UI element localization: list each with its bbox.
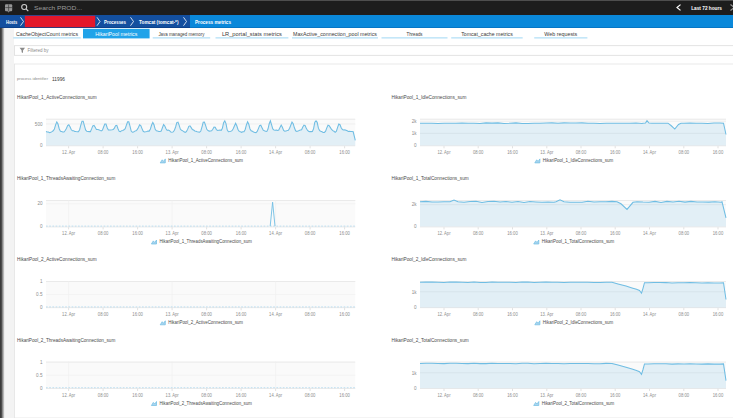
svg-text:0: 0 bbox=[40, 305, 43, 310]
svg-text:08:00: 08:00 bbox=[201, 312, 212, 317]
svg-text:0: 0 bbox=[414, 143, 417, 148]
svg-text:08:00: 08:00 bbox=[305, 150, 316, 155]
svg-text:HikariPool_2_ThreadsAwaitingCo: HikariPool_2_ThreadsAwaitingConnection_s… bbox=[159, 400, 251, 406]
svg-text:Web requests: Web requests bbox=[544, 31, 577, 37]
svg-text:16:00: 16:00 bbox=[132, 393, 143, 398]
svg-text:14. Apr: 14. Apr bbox=[643, 312, 656, 317]
svg-text:HikariPool_1_ActiveConnections: HikariPool_1_ActiveConnections_sum bbox=[17, 94, 97, 100]
svg-text:12. Apr: 12. Apr bbox=[62, 393, 75, 398]
svg-text:1k: 1k bbox=[412, 371, 418, 376]
svg-text:Threads: Threads bbox=[407, 31, 423, 37]
svg-text:12. Apr: 12. Apr bbox=[438, 150, 451, 155]
svg-text:2k: 2k bbox=[412, 202, 418, 207]
svg-text:08:00: 08:00 bbox=[305, 393, 316, 398]
svg-text:1: 1 bbox=[40, 279, 43, 284]
svg-text:13. Apr: 13. Apr bbox=[540, 150, 553, 155]
svg-text:08:00: 08:00 bbox=[679, 231, 690, 236]
svg-text:16:00: 16:00 bbox=[339, 150, 350, 155]
svg-text:08:00: 08:00 bbox=[576, 312, 587, 317]
svg-text:1: 1 bbox=[40, 360, 43, 365]
svg-text:HikariPool_1_IdleConnections_s: HikariPool_1_IdleConnections_sum bbox=[392, 94, 467, 100]
svg-text:LR_portal_stats metrics: LR_portal_stats metrics bbox=[222, 31, 282, 37]
svg-text:HikariPool_2_IdleConnections_s: HikariPool_2_IdleConnections_sum bbox=[543, 319, 613, 325]
svg-text:16:00: 16:00 bbox=[339, 312, 350, 317]
svg-text:HikariPool_1_ThreadsAwaitingCo: HikariPool_1_ThreadsAwaitingConnection_s… bbox=[17, 175, 115, 181]
svg-text:16:00: 16:00 bbox=[610, 393, 621, 398]
svg-text:08:00: 08:00 bbox=[679, 393, 690, 398]
svg-text:13. Apr: 13. Apr bbox=[540, 231, 553, 236]
svg-text:16:00: 16:00 bbox=[713, 312, 724, 317]
svg-text:process identifier: process identifier bbox=[17, 76, 49, 81]
svg-text:0: 0 bbox=[414, 224, 417, 229]
svg-text:14. Apr: 14. Apr bbox=[643, 231, 656, 236]
svg-text:Java managed memory: Java managed memory bbox=[158, 31, 204, 37]
svg-text:0: 0 bbox=[40, 386, 43, 391]
svg-text:HikariPool_1_ActiveConnections: HikariPool_1_ActiveConnections_sum bbox=[168, 157, 243, 163]
svg-text:HikariPool_2_ActiveConnections: HikariPool_2_ActiveConnections_sum bbox=[17, 256, 97, 262]
svg-text:HikariPool metrics: HikariPool metrics bbox=[95, 31, 137, 37]
svg-text:HikariPool_1_TotalConnections_: HikariPool_1_TotalConnections_sum bbox=[542, 238, 615, 244]
svg-text:16:00: 16:00 bbox=[507, 393, 518, 398]
svg-text:HikariPool_1_ThreadsAwaitingCo: HikariPool_1_ThreadsAwaitingConnection_s… bbox=[159, 238, 251, 244]
svg-text:14. Apr: 14. Apr bbox=[269, 312, 282, 317]
svg-text:13. Apr: 13. Apr bbox=[166, 312, 179, 317]
svg-text:08:00: 08:00 bbox=[679, 312, 690, 317]
svg-text:16:00: 16:00 bbox=[610, 150, 621, 155]
svg-text:14. Apr: 14. Apr bbox=[269, 231, 282, 236]
svg-text:12. Apr: 12. Apr bbox=[438, 312, 451, 317]
svg-text:16:00: 16:00 bbox=[339, 393, 350, 398]
svg-text:08:00: 08:00 bbox=[576, 393, 587, 398]
svg-text:16:00: 16:00 bbox=[713, 231, 724, 236]
svg-text:08:00: 08:00 bbox=[576, 231, 587, 236]
svg-text:11996: 11996 bbox=[52, 76, 65, 82]
svg-text:16:00: 16:00 bbox=[507, 312, 518, 317]
svg-text:16:00: 16:00 bbox=[610, 312, 621, 317]
svg-text:08:00: 08:00 bbox=[201, 150, 212, 155]
svg-text:14. Apr: 14. Apr bbox=[643, 150, 656, 155]
svg-text:08:00: 08:00 bbox=[473, 231, 484, 236]
svg-text:HikariPool_2_ThreadsAwaitingCo: HikariPool_2_ThreadsAwaitingConnection_s… bbox=[17, 337, 115, 343]
svg-text:HikariPool_1_TotalConnections_: HikariPool_1_TotalConnections_sum bbox=[392, 175, 469, 181]
svg-text:08:00: 08:00 bbox=[679, 150, 690, 155]
svg-text:0: 0 bbox=[414, 386, 417, 391]
svg-text:16:00: 16:00 bbox=[236, 231, 247, 236]
svg-text:12. Apr: 12. Apr bbox=[438, 393, 451, 398]
svg-text:13. Apr: 13. Apr bbox=[166, 393, 179, 398]
svg-text:0: 0 bbox=[40, 224, 43, 229]
svg-text:1k: 1k bbox=[412, 290, 418, 295]
svg-text:0.5: 0.5 bbox=[36, 292, 43, 297]
svg-text:13. Apr: 13. Apr bbox=[540, 393, 553, 398]
svg-text:Filtered by: Filtered by bbox=[28, 48, 50, 53]
svg-text:08:00: 08:00 bbox=[98, 312, 109, 317]
svg-text:13. Apr: 13. Apr bbox=[166, 150, 179, 155]
svg-text:12. Apr: 12. Apr bbox=[62, 312, 75, 317]
svg-text:12. Apr: 12. Apr bbox=[438, 231, 451, 236]
svg-text:16:00: 16:00 bbox=[236, 393, 247, 398]
svg-text:08:00: 08:00 bbox=[576, 150, 587, 155]
svg-text:08:00: 08:00 bbox=[305, 231, 316, 236]
svg-text:16:00: 16:00 bbox=[713, 393, 724, 398]
svg-text:08:00: 08:00 bbox=[201, 231, 212, 236]
svg-text:08:00: 08:00 bbox=[98, 231, 109, 236]
svg-text:13. Apr: 13. Apr bbox=[540, 312, 553, 317]
svg-text:20: 20 bbox=[37, 201, 43, 206]
svg-text:1k: 1k bbox=[412, 131, 418, 136]
svg-text:0: 0 bbox=[40, 143, 43, 148]
svg-text:HikariPool_1_IdleConnections_s: HikariPool_1_IdleConnections_sum bbox=[543, 157, 613, 163]
svg-text:08:00: 08:00 bbox=[473, 150, 484, 155]
svg-text:Process metrics: Process metrics bbox=[195, 19, 231, 25]
svg-text:08:00: 08:00 bbox=[98, 393, 109, 398]
svg-text:HikariPool_2_ActiveConnections: HikariPool_2_ActiveConnections_sum bbox=[168, 319, 243, 325]
svg-text:Search PROD...: Search PROD... bbox=[34, 4, 82, 11]
svg-text:HikariPool_2_TotalConnections_: HikariPool_2_TotalConnections_sum bbox=[392, 337, 469, 343]
svg-text:16:00: 16:00 bbox=[507, 150, 518, 155]
svg-text:Tomcat (tomcat-*): Tomcat (tomcat-*) bbox=[139, 19, 179, 25]
svg-text:16:00: 16:00 bbox=[610, 231, 621, 236]
svg-text:2k: 2k bbox=[412, 119, 418, 124]
svg-text:500: 500 bbox=[35, 122, 43, 127]
svg-text:CacheObjectCount metrics: CacheObjectCount metrics bbox=[16, 31, 78, 37]
svg-text:Tomcat_cache metrics: Tomcat_cache metrics bbox=[461, 31, 513, 37]
svg-text:08:00: 08:00 bbox=[201, 393, 212, 398]
svg-text:08:00: 08:00 bbox=[473, 312, 484, 317]
svg-text:16:00: 16:00 bbox=[132, 150, 143, 155]
